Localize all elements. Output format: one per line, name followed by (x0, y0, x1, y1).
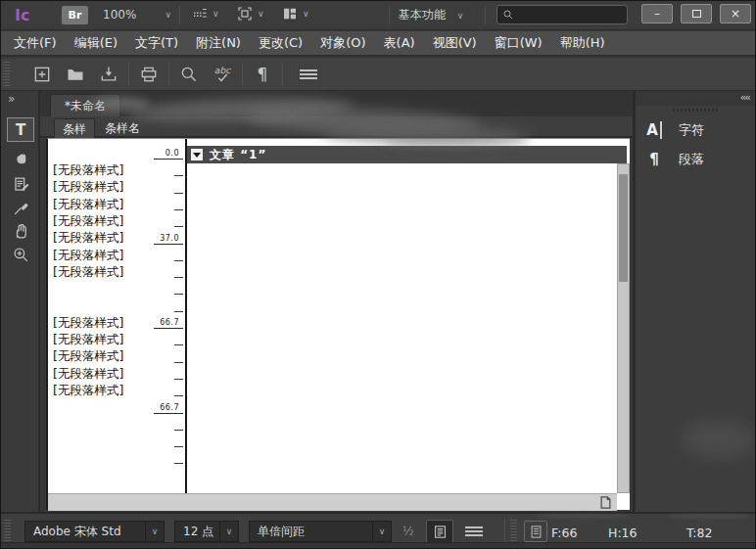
divider (485, 6, 486, 24)
menu-item[interactable]: 对象(O) (311, 31, 374, 55)
horizontal-scrollbar[interactable] (48, 493, 617, 511)
expand-panel-icon[interactable]: » (8, 92, 15, 106)
toolbar-menu-button[interactable] (292, 61, 325, 88)
ruler-tick (174, 175, 183, 176)
font-size-value: 12 点 (183, 525, 213, 538)
page-info-icon[interactable] (598, 495, 613, 510)
note-tool[interactable] (7, 172, 34, 197)
paragraph-style-row[interactable]: [无段落样式] (53, 366, 123, 382)
eyedropper-tool[interactable] (7, 196, 34, 220)
menu-item[interactable]: 表(A) (375, 31, 424, 55)
chevron-down-icon: ∨ (213, 9, 219, 19)
font-size-select[interactable]: 12 点 ∨ (174, 521, 239, 542)
scrollbar-thumb[interactable] (619, 174, 628, 282)
ruler-tick (174, 193, 183, 194)
menu-item[interactable]: 帮助(H) (551, 31, 614, 55)
paragraph-style-row[interactable]: [无段落样式] (53, 179, 123, 195)
ruler-tick (174, 226, 183, 227)
menu-item[interactable]: 文件(F) (5, 31, 66, 55)
paragraph-style-row[interactable]: [无段落样式] (53, 197, 123, 212)
incopy-logo: Ic (15, 6, 29, 24)
new-document-icon (32, 65, 52, 84)
spell-check-button[interactable]: abc (206, 61, 239, 88)
galley-view-tab-2[interactable]: 条样名 (97, 118, 148, 138)
statusbar-grip[interactable] (4, 520, 11, 543)
info-panel-toggle[interactable] (426, 520, 453, 543)
menu-item[interactable]: 更改(C) (250, 31, 311, 55)
menu-item[interactable]: 编辑(E) (66, 31, 126, 55)
paragraph-style-row[interactable]: [无段落样式] (53, 315, 123, 331)
save-button[interactable] (92, 61, 125, 88)
toolbar: abc ¶ (1, 59, 756, 91)
vertical-scrollbar[interactable] (617, 163, 630, 493)
style-rows: [无段落样式][无段落样式][无段落样式][无段落样式][无段落样式][无段落样… (48, 139, 146, 493)
ruler-tick (174, 209, 183, 210)
paragraph-style-row[interactable]: [无段落样式] (53, 162, 123, 178)
menu-item[interactable]: 视图(V) (424, 31, 486, 55)
view-options-dropdown[interactable]: ∨ (191, 5, 219, 23)
document-tab[interactable]: *未命名 (50, 94, 120, 116)
story-header[interactable]: 文章 “1” (187, 146, 627, 163)
hand-tool[interactable] (7, 219, 34, 244)
menu-item[interactable]: 窗口(W) (486, 31, 551, 55)
zoom-level-value: 100% (103, 8, 136, 22)
galley-view-tab[interactable]: 条样 (54, 118, 95, 138)
new-document-button[interactable] (25, 61, 59, 88)
paragraph-style-row[interactable]: [无段落样式] (53, 332, 123, 347)
zoom-level-dropdown[interactable]: 100% ∨ (95, 6, 173, 24)
print-button[interactable] (132, 61, 165, 88)
statusbar-menu-button[interactable] (465, 526, 483, 536)
position-tool[interactable] (7, 147, 34, 171)
character-panel-button[interactable]: A 字符 (641, 116, 754, 144)
arrange-documents-icon (281, 5, 299, 23)
menu-item[interactable]: 附注(N) (187, 31, 250, 55)
minimize-button[interactable]: – (641, 4, 673, 23)
ruler-depth-label: 66.7 (160, 403, 179, 412)
zoom-tool[interactable] (7, 243, 34, 267)
menu-item[interactable]: 文字(T) (126, 31, 187, 55)
paragraph-style-row[interactable]: [无段落样式] (53, 213, 123, 229)
workspace-switcher[interactable]: 基本功能 ∨ (399, 7, 463, 23)
close-button[interactable]: × (720, 4, 751, 23)
chevron-down-icon: ∨ (145, 522, 164, 541)
leading-select[interactable]: 单倍间距 ∨ (249, 521, 392, 542)
copyfit-info-button[interactable] (524, 521, 547, 542)
paragraph-style-row[interactable]: [无段落样式] (53, 383, 123, 398)
paragraph-panel-button[interactable]: ¶ 段落 (641, 146, 754, 173)
ruler-depth-label: 0.0 (165, 149, 179, 158)
bridge-button[interactable]: Br (62, 6, 88, 24)
info-panel-icon (432, 524, 449, 540)
font-family-select[interactable]: Adobe 宋体 Std ∨ (24, 521, 165, 542)
divider (168, 63, 169, 86)
toolbar-grip[interactable] (3, 62, 10, 87)
type-tool[interactable]: T (7, 117, 34, 142)
ruler-depth-label: 66.7 (160, 318, 179, 327)
hidden-characters-button[interactable]: ¶ (246, 61, 279, 88)
character-panel-icon: A (641, 121, 667, 139)
paragraph-style-row[interactable]: [无段落样式] (53, 264, 123, 280)
save-icon (99, 65, 118, 84)
paragraph-style-row[interactable]: [无段落样式] (53, 230, 123, 246)
search-icon (502, 9, 514, 21)
search-button[interactable] (172, 61, 206, 88)
paragraph-style-row[interactable]: [无段落样式] (53, 248, 123, 263)
arrange-documents-dropdown[interactable]: ∨ (281, 5, 309, 23)
ruler-tick (174, 395, 183, 396)
screen-mode-dropdown[interactable]: ∨ (236, 5, 264, 23)
font-family-value: Adobe 宋体 Std (33, 525, 121, 538)
collapse-dock-icon[interactable]: «« (740, 91, 749, 104)
dock-grip[interactable] (673, 109, 720, 112)
search-box[interactable] (496, 5, 628, 24)
ruler-tick (174, 344, 183, 345)
search-input[interactable] (514, 9, 617, 22)
panel-menu-icon (300, 69, 317, 79)
open-button[interactable] (59, 61, 92, 88)
maximize-button[interactable] (681, 4, 712, 23)
panel-menu-icon (465, 526, 483, 536)
statusbar-grip-2[interactable] (510, 520, 517, 543)
character-panel-label: 字符 (679, 121, 704, 139)
paragraph-style-row[interactable]: [无段落样式] (53, 348, 123, 364)
divider (242, 63, 243, 86)
collapse-story-icon[interactable] (191, 149, 203, 160)
ruler-depth-label: 37.0 (160, 234, 179, 243)
